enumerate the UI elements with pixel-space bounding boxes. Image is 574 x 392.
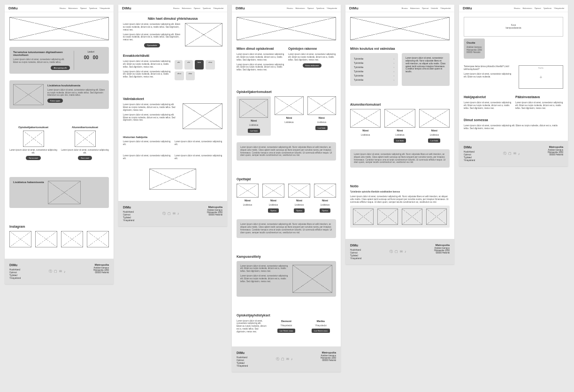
wave-divider — [5, 167, 114, 173]
tiktok-icon[interactable]: ♪ — [64, 270, 66, 273]
student-btn[interactable]: Korso osat — [26, 156, 40, 160]
pretask-heading: Ennakkotehtävät — [123, 54, 222, 57]
apply-link-btn[interactable]: Opinnoittele — [144, 43, 160, 47]
welcome-box: Tervetuloa tutustumaan digitaaliseen muo… — [9, 47, 109, 74]
quote: Lorem ipsum dolor sit amet, consectetur … — [237, 142, 336, 161]
structure-btn[interactable]: Katso otalaunne — [303, 63, 322, 68]
apply-heading: Näin haet dimuksi yhteishaussa — [123, 17, 222, 20]
welcome-btn[interactable]: Alueopintojaelle — [51, 66, 69, 70]
logo[interactable]: DiMu — [8, 6, 18, 10]
more-title: Lisätietoa koulutuksesta — [47, 84, 105, 87]
wave-divider — [5, 115, 114, 122]
campus-box: Lorem ipsum dolor sit amet, consectetur … — [237, 261, 336, 297]
page-contact: DiMu EtusivuHakeminenOpinnotTyöelämäYhte… — [459, 5, 568, 166]
alumni-btn[interactable]: Kuur usat — [78, 156, 92, 160]
wave-divider — [5, 215, 114, 221]
page-home: DiMu Etusivu Hakeminen Opinnot Työelämä … — [5, 5, 114, 284]
countdown-1: 00 — [84, 55, 89, 60]
more-image — [13, 84, 44, 105]
apply-info-box: Lisätietoa hakemisesta — [9, 177, 109, 208]
footer: DiMu Houkirttand Opinnot Tyylated Ytnaya… — [5, 259, 114, 284]
more-btn[interactable]: Katso oppia — [47, 99, 63, 103]
page-studies: DiMu EtusivuHakeminenOpinnotTyöelämäYhte… — [232, 5, 341, 372]
student-stories: Opiskelijakertomukset Lorem ipsum dolor … — [9, 126, 57, 161]
page-apply: DiMu EtusivuHakeminenOpinnotTyöelämäYhte… — [118, 5, 227, 226]
history-heading: Historian hakijoita — [123, 136, 222, 138]
nav: Etusivu Hakeminen Opinnot Työelämä Yhtey… — [60, 7, 110, 9]
countdown-2: 00 — [93, 55, 98, 60]
more-info-box: Lisätietoa koulutuksesta Lorem ipsum dol… — [9, 80, 109, 109]
nav-link[interactable]: Yhteystiedot — [99, 7, 110, 9]
header: DiMu Etusivu Hakeminen Opinnot Työelämä … — [5, 5, 114, 12]
instagram-title: Instagram — [9, 225, 109, 228]
welcome-title: Tervetuloa tutustumaan digitaaliseen muo… — [13, 51, 70, 56]
student-cards: NimiLisätietoaLue lisää NimiLisätietoa N… — [237, 96, 336, 136]
social-icons: ⓕ ▢ ✉ ♪ — [49, 263, 66, 279]
welcome-body: Lorem ipsum dolor sit amet, consectetur … — [13, 58, 70, 64]
nav-link[interactable]: Etusivu — [60, 7, 66, 9]
map[interactable]: Kartta — [519, 65, 563, 89]
exam-heading: Valintakokeet — [123, 97, 222, 100]
teacher-cards: NimiLisätietoa NimiLisätietoaOpetus Nimi… — [237, 184, 336, 213]
facebook-icon[interactable]: ⓕ — [49, 269, 52, 274]
job-callout: Lorem ipsum dolor sit amet, consectetur … — [402, 53, 450, 86]
hero-image — [9, 17, 109, 40]
job-list: Työnimike Työnimike Työnimike Työnimike … — [350, 53, 398, 86]
page-career: DiMu EtusivuHakeminenOpinnotUrakehitYhte… — [345, 5, 454, 264]
more-body: Lorem ipsum dolor sit amet, consectetur … — [47, 89, 105, 97]
mail-icon[interactable]: ✉ — [59, 269, 62, 273]
alumni-stories: Alumnikertomukset Lorem ipsum dolor sit … — [61, 126, 109, 161]
instagram-grid — [9, 231, 109, 247]
countdown-label: Laskuri — [77, 51, 105, 53]
nav-link[interactable]: Opinnot — [80, 7, 87, 9]
instagram-icon[interactable]: ▢ — [54, 269, 57, 273]
nav-link[interactable]: Hakeminen — [68, 7, 77, 9]
nav-link[interactable]: Työelämä — [89, 7, 97, 9]
wireframe-canvas: DiMu Etusivu Hakeminen Opinnot Työelämä … — [5, 5, 569, 372]
pretask-tags: ohi ohi tasu ohui ohui ohui — [175, 60, 222, 80]
address-box: Osoite Arabian kampus Hämeentie 1050 000… — [464, 38, 485, 59]
